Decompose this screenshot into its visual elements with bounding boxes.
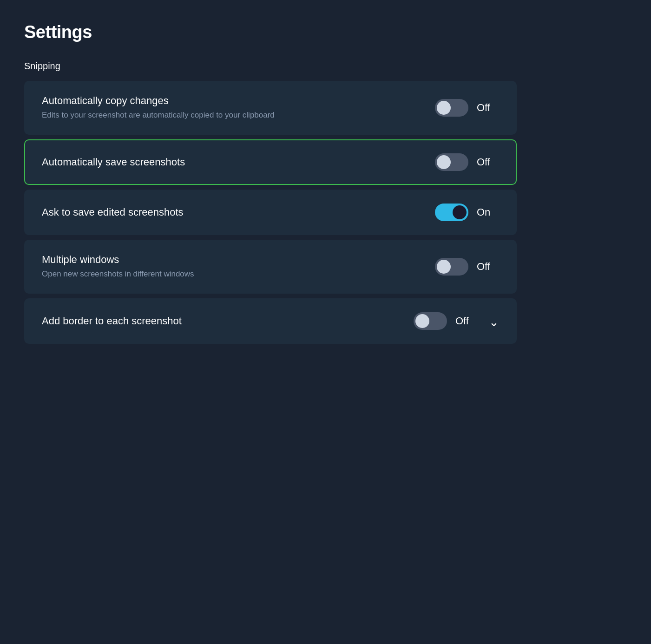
toggle-auto-save[interactable] [435, 153, 468, 171]
setting-title-auto-save: Automatically save screenshots [42, 156, 185, 168]
setting-text-ask-save: Ask to save edited screenshots [42, 206, 184, 218]
toggle-multiple-windows[interactable] [435, 258, 468, 276]
toggle-ask-save[interactable] [435, 204, 468, 221]
setting-card-ask-save: Ask to save edited screenshots On [24, 190, 517, 235]
toggle-label-auto-copy: Off [477, 102, 499, 114]
settings-list: Automatically copy changes Edits to your… [24, 81, 517, 344]
toggle-add-border[interactable] [414, 312, 447, 330]
setting-control-auto-save: Off [435, 153, 499, 171]
toggle-label-multiple-windows: Off [477, 261, 499, 273]
toggle-knob-add-border [415, 314, 429, 328]
section-label: Snipping [24, 61, 627, 72]
toggle-knob-multiple-windows [437, 260, 451, 274]
toggle-auto-copy[interactable] [435, 99, 468, 117]
setting-title-ask-save: Ask to save edited screenshots [42, 206, 184, 218]
setting-card-add-border: Add border to each screenshot Off [24, 298, 517, 344]
chevron-down-icon[interactable] [489, 316, 499, 326]
toggle-knob-auto-save [437, 155, 451, 169]
setting-title-auto-copy: Automatically copy changes [42, 95, 275, 107]
setting-text-auto-copy: Automatically copy changes Edits to your… [42, 95, 275, 121]
setting-control-ask-save: On [435, 204, 499, 221]
setting-control-multiple-windows: Off [435, 258, 499, 276]
toggle-label-auto-save: Off [477, 156, 499, 168]
setting-card-auto-copy: Automatically copy changes Edits to your… [24, 81, 517, 135]
toggle-knob-ask-save [453, 205, 467, 219]
setting-control-add-border: Off [414, 312, 499, 330]
setting-title-multiple-windows: Multiple windows [42, 254, 194, 266]
setting-control-auto-copy: Off [435, 99, 499, 117]
setting-text-multiple-windows: Multiple windows Open new screenshots in… [42, 254, 194, 280]
toggle-label-add-border: Off [455, 315, 478, 327]
setting-description-multiple-windows: Open new screenshots in different window… [42, 269, 194, 280]
toggle-label-ask-save: On [477, 206, 499, 218]
page-title: Settings [24, 22, 627, 42]
setting-text-add-border: Add border to each screenshot [42, 315, 182, 327]
setting-card-multiple-windows: Multiple windows Open new screenshots in… [24, 240, 517, 294]
setting-card-auto-save: Automatically save screenshots Off [24, 139, 517, 185]
setting-title-add-border: Add border to each screenshot [42, 315, 182, 327]
setting-text-auto-save: Automatically save screenshots [42, 156, 185, 168]
snipping-section: Snipping Automatically copy changes Edit… [24, 61, 627, 344]
toggle-knob-auto-copy [437, 101, 451, 115]
setting-description-auto-copy: Edits to your screenshot are automatical… [42, 110, 275, 121]
